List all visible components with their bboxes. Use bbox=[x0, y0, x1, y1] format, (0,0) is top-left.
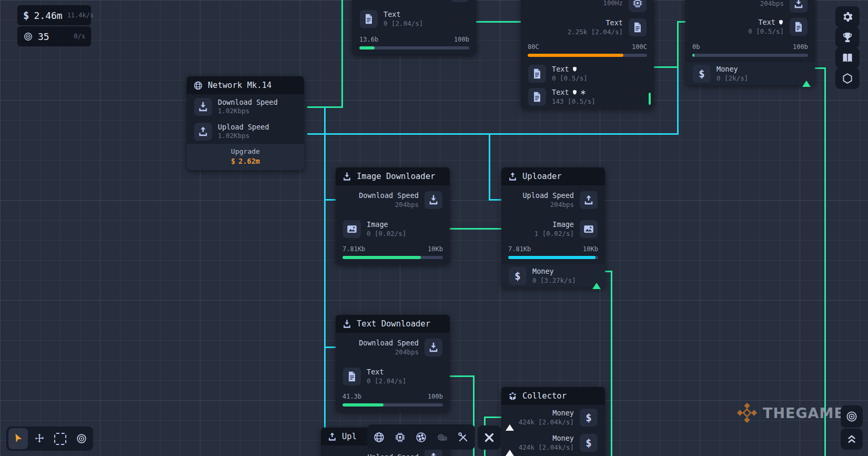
node-title: Network Mk.14 bbox=[208, 81, 271, 90]
node-text-processor[interactable]: 100Hz Text 2.25k [2.04/s] 80C 100C Text … bbox=[521, 0, 654, 108]
speed-row: Download Speed 204bps bbox=[336, 185, 450, 215]
cooler-build-button[interactable] bbox=[411, 427, 431, 448]
collapse-button[interactable] bbox=[841, 429, 863, 450]
download-icon bbox=[342, 172, 352, 182]
wire bbox=[677, 21, 679, 70]
shapes-button[interactable] bbox=[835, 68, 860, 89]
upgrade-button[interactable]: Upgrade $2.62m bbox=[187, 144, 304, 170]
bullseye-icon bbox=[23, 32, 33, 42]
port-out-text-shield-burst[interactable] bbox=[649, 94, 651, 104]
port-out-money[interactable] bbox=[802, 71, 811, 81]
document-icon bbox=[343, 368, 361, 385]
game-canvas[interactable]: 204bps Text 0 [2.04/s] 13.6b 100b 100Hz bbox=[0, 0, 868, 456]
input-label: Text bbox=[758, 18, 775, 27]
node-collector[interactable]: Collector Money 424k [2.04k/s] $ Money 4… bbox=[501, 387, 605, 456]
item-row: Text 0 [2.04/s] bbox=[352, 4, 476, 34]
download-icon bbox=[451, 0, 469, 2]
speed-label: Upload Speed bbox=[522, 191, 574, 201]
target-mode-button[interactable] bbox=[72, 428, 91, 449]
input-value: 0 [0.5/s] bbox=[748, 27, 784, 36]
frequency-value: 100Hz bbox=[603, 0, 623, 7]
image-icon bbox=[343, 220, 361, 238]
node-text-source[interactable]: 204bps Text 0 [2.04/s] 13.6b 100b bbox=[352, 0, 476, 55]
input-label: Text bbox=[605, 18, 623, 28]
item-row: Text 0 [2.04/s] bbox=[336, 362, 450, 391]
download-icon bbox=[425, 191, 442, 209]
heat-max: 100C bbox=[632, 43, 647, 51]
speed-label: Upload Speed bbox=[367, 453, 419, 456]
collector-box-icon bbox=[508, 391, 518, 401]
input-row: Text 2.25k [2.04/s] bbox=[521, 14, 654, 41]
targets-total: 35 bbox=[38, 31, 49, 42]
document-icon bbox=[528, 65, 546, 83]
move-mode-button[interactable] bbox=[29, 428, 49, 449]
node-header[interactable]: Image Downloader bbox=[336, 167, 450, 185]
settings-button[interactable] bbox=[835, 6, 860, 27]
snail-icon bbox=[436, 431, 448, 443]
heat-current: 80C bbox=[528, 43, 539, 51]
node-header[interactable]: Network Mk.14 bbox=[187, 76, 304, 94]
buffer-max: 10Kb bbox=[428, 245, 443, 253]
node-header[interactable]: Uploader bbox=[501, 167, 605, 185]
money-label: Money bbox=[552, 434, 574, 443]
snail-build-button[interactable] bbox=[432, 427, 452, 448]
hud-money: $ 2.46m 11.4k/s bbox=[17, 5, 91, 25]
achievements-button[interactable] bbox=[835, 27, 860, 48]
cursor-icon bbox=[13, 433, 24, 444]
dollar-icon: $ bbox=[509, 267, 527, 285]
codex-button[interactable] bbox=[835, 47, 860, 68]
money-value: 424k [2.04k/s] bbox=[519, 443, 574, 452]
buffer: 0b 100b bbox=[685, 41, 815, 62]
speed-row: 204bps bbox=[685, 0, 815, 13]
thegamer-logo-icon bbox=[736, 402, 758, 423]
targets-rate: 0/s bbox=[74, 33, 85, 40]
move-icon bbox=[34, 433, 45, 444]
node-network[interactable]: Network Mk.14 Download Speed 1.02Kbps Up… bbox=[187, 76, 304, 170]
node-image-downloader[interactable]: Image Downloader Download Speed 204bps I… bbox=[336, 167, 450, 264]
wire bbox=[307, 133, 679, 135]
money-value: 0 [2k/s] bbox=[716, 74, 748, 83]
watermark: THEGAMER bbox=[736, 402, 856, 423]
upgrade-label: Upgrade bbox=[187, 147, 304, 155]
document-icon bbox=[790, 18, 808, 36]
port-in-money[interactable] bbox=[506, 414, 514, 424]
download-speed-row: Download Speed 1.02Kbps bbox=[187, 94, 304, 119]
network-build-button[interactable] bbox=[369, 427, 389, 448]
money-input-row: Money 424k [2.04k/s] $ bbox=[501, 405, 605, 430]
wire bbox=[471, 21, 524, 23]
cut-wire-button[interactable] bbox=[478, 425, 501, 450]
money-label: Money bbox=[532, 267, 576, 276]
shield-icon bbox=[778, 19, 784, 25]
port-out-money[interactable] bbox=[592, 273, 601, 283]
port-in-money[interactable] bbox=[506, 440, 514, 450]
document-icon bbox=[629, 18, 647, 36]
dollar-icon: $ bbox=[231, 157, 235, 165]
dollar-icon: $ bbox=[580, 434, 598, 452]
download-icon bbox=[342, 319, 352, 329]
node-header[interactable]: Collector bbox=[501, 387, 605, 405]
gear-icon bbox=[841, 11, 854, 23]
money-label: Money bbox=[552, 409, 574, 418]
document-icon bbox=[528, 88, 546, 106]
globe-icon bbox=[373, 431, 385, 443]
mode-toolbar bbox=[6, 427, 93, 451]
download-icon bbox=[194, 98, 212, 116]
item-value: 0 [2.04/s] bbox=[367, 377, 406, 385]
node-title: Text Downloader bbox=[357, 319, 430, 329]
tools-build-button[interactable] bbox=[453, 427, 473, 448]
node-text-downloader[interactable]: Text Downloader Download Speed 204bps Te… bbox=[336, 315, 450, 412]
node-uploader[interactable]: Uploader Upload Speed 204bps Image 1 [0.… bbox=[501, 167, 605, 288]
output-label: Text bbox=[552, 65, 569, 74]
cpu-build-button[interactable] bbox=[390, 427, 410, 448]
wire bbox=[611, 271, 612, 456]
buffer-bar bbox=[508, 256, 598, 259]
money-label: Money bbox=[716, 65, 738, 74]
marquee-mode-button[interactable] bbox=[51, 428, 70, 449]
node-header[interactable]: Text Downloader bbox=[336, 315, 450, 333]
node-title: Image Downloader bbox=[357, 172, 435, 181]
buffer-bar bbox=[342, 403, 443, 407]
item-label: Image bbox=[367, 220, 406, 230]
select-mode-button[interactable] bbox=[8, 428, 28, 449]
recenter-button[interactable] bbox=[841, 405, 863, 428]
node-text-uploader[interactable]: 204bps Text 0 [0.5/s] 0b 100b $ Money 0 … bbox=[685, 0, 815, 85]
